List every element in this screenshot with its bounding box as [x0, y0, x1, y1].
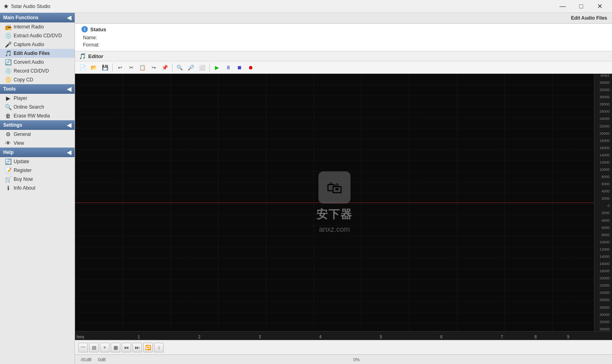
sidebar-item-general[interactable]: ⚙General: [0, 130, 75, 139]
watermark-url: anxz.com: [319, 225, 350, 234]
sidebar-icon-internet-radio: 📻: [5, 24, 11, 30]
sidebar-section-help[interactable]: Help◀: [0, 148, 75, 157]
sidebar-item-extract-audio[interactable]: 💿Extract Audio CD/DVD: [0, 31, 75, 40]
transport-spectrum2[interactable]: ▦: [111, 343, 120, 352]
toolbar-paste[interactable]: 📌: [160, 63, 170, 72]
timeline-marker-9: 9: [567, 335, 569, 339]
minimize-button[interactable]: —: [553, 0, 572, 13]
sidebar-item-copy-cd[interactable]: 📀Copy CD: [0, 75, 75, 84]
collapse-icon-settings: ◀: [67, 122, 71, 128]
y-axis: amp1340003200030000280002600024000220002…: [594, 74, 612, 331]
info-icon: i: [81, 26, 88, 32]
transport-loop[interactable]: 🔁: [143, 343, 153, 352]
transport-zoom-in[interactable]: +: [100, 343, 109, 352]
waveform-container: 🛍 安下器 anxz.com amp1340003200030000280002…: [75, 74, 612, 331]
sidebar-item-online-search[interactable]: 🔍Online Search: [0, 103, 75, 111]
toolbar-record[interactable]: ⏺: [245, 63, 256, 72]
sidebar-icon-edit-audio: 🎵: [5, 50, 11, 57]
titlebar-left: ★ 5star Audio Studio: [3, 2, 50, 10]
timeline-marker-8: 8: [535, 335, 537, 339]
toolbar-new[interactable]: 📄: [77, 63, 88, 72]
y-label-4: 28000: [595, 103, 611, 106]
sidebar-section-label-help: Help: [3, 150, 14, 155]
sidebar-icon-erase-rw: 🗑: [5, 113, 11, 119]
sidebar-icon-online-search: 🔍: [5, 104, 11, 110]
sidebar-label-copy-cd: Copy CD: [14, 77, 33, 83]
y-label-12: 12000: [595, 161, 611, 164]
y-label-27: 18000: [595, 269, 611, 273]
sidebar-item-erase-rw[interactable]: 🗑Erase RW Media: [0, 111, 75, 120]
sidebar-section-settings[interactable]: Settings◀: [0, 120, 75, 130]
sidebar-item-update[interactable]: 🔄Update: [0, 157, 75, 166]
status-header: i Status: [81, 26, 606, 32]
timeline-marker-5: 5: [380, 335, 382, 339]
toolbar-redo[interactable]: ↪: [148, 63, 159, 72]
timeline-marker-4: 4: [319, 335, 322, 339]
toolbar-play[interactable]: ▶: [212, 63, 222, 72]
toolbar-fit[interactable]: ⬜: [197, 63, 207, 72]
timeline-marker-1: 1: [138, 335, 140, 339]
sidebar-item-edit-audio[interactable]: 🎵Edit Audio Files: [0, 49, 75, 58]
sidebar-section-label-main-functions: Main Functions: [3, 15, 39, 20]
sidebar-item-view[interactable]: 👁View: [0, 139, 75, 148]
sidebar-item-convert-audio[interactable]: 🔄Convert Audio: [0, 58, 75, 67]
toolbar-zoom-out[interactable]: 🔎: [186, 63, 196, 72]
db-right-label: 0dB: [98, 357, 106, 362]
toolbar-open[interactable]: 📂: [89, 63, 99, 72]
y-label-35: 34000: [595, 328, 611, 331]
toolbar-save[interactable]: 💾: [100, 63, 110, 72]
y-label-33: 30000: [595, 313, 611, 317]
timeline-marker-2: 2: [198, 335, 201, 339]
y-label-10: 16000: [595, 146, 611, 150]
toolbar-copy[interactable]: 📋: [137, 63, 148, 72]
sidebar-item-info-about[interactable]: ℹInfo About: [0, 184, 75, 192]
transport-waveform[interactable]: 〰: [78, 343, 88, 352]
y-label-32: 28000: [595, 306, 611, 309]
toolbar-stop[interactable]: ⏹: [234, 63, 245, 72]
sidebar-icon-player: ▶: [5, 95, 11, 101]
sidebar-label-info-about: Info About: [14, 185, 35, 191]
toolbar-sep1: [112, 63, 113, 71]
sidebar-label-edit-audio: Edit Audio Files: [14, 51, 50, 56]
sidebar-label-view: View: [14, 140, 24, 146]
y-label-17: 2000: [595, 197, 611, 200]
sidebar-icon-general: ⚙: [5, 131, 11, 138]
toolbar-undo[interactable]: ↩: [115, 63, 125, 72]
sidebar-item-record-cd[interactable]: 💿Record CD/DVD: [0, 67, 75, 75]
sidebar-item-internet-radio[interactable]: 📻Internet Radio: [0, 22, 75, 31]
maximize-button[interactable]: □: [572, 0, 590, 13]
status-title: Status: [90, 26, 106, 32]
sidebar-item-register[interactable]: 📝Register: [0, 166, 75, 175]
sidebar-icon-convert-audio: 🔄: [5, 59, 11, 65]
transport-ff[interactable]: ⏭: [132, 343, 142, 352]
y-label-25: 14000: [595, 255, 611, 259]
main-layout: Main Functions◀📻Internet Radio💿Extract A…: [0, 13, 612, 364]
transport-normalize[interactable]: ↕: [154, 343, 164, 352]
timeline: hms 123456789: [75, 331, 612, 340]
timeline-marker-3: 3: [259, 335, 261, 339]
sidebar-item-player[interactable]: ▶Player: [0, 94, 75, 103]
toolbar-zoom-in[interactable]: 🔍: [174, 63, 185, 72]
toolbar-cut[interactable]: ✂: [126, 63, 136, 72]
y-label-15: 6000: [595, 182, 611, 186]
editor-icon: 🎵: [79, 53, 86, 59]
sidebar-section-tools[interactable]: Tools◀: [0, 84, 75, 94]
sidebar-item-capture-audio[interactable]: 🎤Capture Audio: [0, 40, 75, 49]
y-label-6: 24000: [595, 117, 611, 121]
toolbar-pause[interactable]: ⏸: [223, 63, 233, 72]
transport-spectral[interactable]: ▤: [89, 343, 99, 352]
y-label-2: 32000: [595, 88, 611, 92]
titlebar-controls: — □ ✕: [553, 0, 609, 13]
y-label-13: 10000: [595, 168, 611, 172]
sidebar-item-buy-now[interactable]: 🛒Buy Now: [0, 175, 75, 184]
format-label: Format:: [83, 42, 107, 48]
status-bar-left: -91dB 0dB: [80, 357, 106, 362]
sidebar-icon-extract-audio: 💿: [5, 32, 11, 39]
transport-rewind[interactable]: ⏮: [122, 343, 131, 352]
sidebar-label-capture-audio: Capture Audio: [14, 42, 44, 47]
name-label: Name:: [83, 35, 107, 40]
close-button[interactable]: ✕: [590, 0, 609, 13]
sidebar-section-main-functions[interactable]: Main Functions◀: [0, 13, 75, 22]
status-format-field: Format:: [83, 42, 606, 48]
waveform-main: 🛍 安下器 anxz.com: [75, 74, 594, 331]
